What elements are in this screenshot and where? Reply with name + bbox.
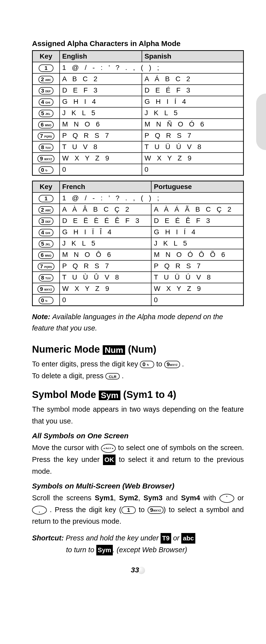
heading-suffix: (Sym1 to 4) [120,389,176,400]
keypad-key-icon: 1 [39,64,54,72]
table-row: 6 MNOM N O 6M N Ñ O Ó 6 [33,118,243,130]
table-row: 9 WXYZW X Y Z 9W X Y Z 9 [33,283,243,294]
keypad-key-icon: 6 MNO [38,252,54,259]
symbol-mode-heading: Symbol Mode Sym (Sym1 to 4) [32,389,244,400]
keypad-key-icon: 0 ↻ [39,166,54,174]
keypad-key-icon: 4 GHI [39,98,54,106]
chars-cell: T U Ù Û V 8 [60,272,151,283]
chars-cell: 0 [60,164,142,176]
page-content: Assigned Alpha Characters in Alpha Mode … [0,0,266,589]
chars-cell: T U Ü Ú V 8 [151,272,243,283]
keypad-key-icon: 3 DEF [39,87,54,94]
chars-cell: D E É Ê F 3 [151,215,243,226]
chars-cell: P Q R S 7 [60,260,151,272]
th-key: Key [33,51,60,62]
table-row: 0 ↻00 [33,294,243,306]
table-row: 6 MNOM N O Ô 6M N O Ó Ô Õ 6 [33,249,243,260]
chars-cell: M N Ñ O Ó 6 [142,118,243,130]
keypad-key-icon: 8 TUV [39,274,54,282]
ok-badge: OK [103,454,116,465]
keypad-key-icon: 9 WXYZ [38,286,55,293]
key-9-icon: 9WXYZ [148,506,163,514]
key-cell: 2 ABC [33,73,60,85]
chars-cell: W X Y Z 9 [151,283,243,294]
numeric-body-1: To enter digits, press the digit key 0 ↻… [32,358,244,382]
chars-cell: A À Â B C Ç 2 [60,204,151,215]
table-row: 2 ABCA À Â B C Ç 2A À Á Ã B C Ç 2 [33,204,243,215]
table-row: 3 DEFD E Ë È É Ê F 3D E É Ê F 3 [33,215,243,226]
sym2: Sym2 [119,494,138,502]
chars-cell: A À Á Ã B C Ç 2 [151,204,243,215]
table-row: 5 JKLJ K L 5J K L 5 [33,107,243,118]
chars-cell: D E Ë È É Ê F 3 [60,215,151,226]
keypad-key-icon: 8 TUV [39,144,54,151]
chars-cell: J K L 5 [151,238,243,249]
chars-cell: W X Y Z 9 [60,283,151,294]
table-row: 7 PQRSP Q R S 7P Q R S 7 [33,260,243,272]
key-1-icon: 1 [121,506,136,514]
chars-cell: 0 [142,164,243,176]
abc-badge: abc [181,533,195,544]
page-number: 33 [32,566,244,574]
key-cell: 4 GHI [33,226,60,238]
table-row: 8 TUVT U Ù Û V 8T U Ü Ú V 8 [33,272,243,283]
th-french: French [60,181,151,193]
key-cell: 5 JKL [33,107,60,118]
chars-cell: D E É F 3 [142,85,243,96]
text: Move the cursor with [32,444,101,452]
chars-cell: P Q R S 7 [60,130,142,141]
key-cell: 3 DEF [33,215,60,226]
table-row: 5 JKLJ K L 5J K L 5 [33,238,243,249]
table-row: 9 WXYZW X Y Z 9W X Y Z 9 [33,152,243,164]
keypad-key-icon: 6 MNO [38,121,54,128]
key-0-icon: 0 ↻ [140,361,154,368]
chars-cell: D E F 3 [60,85,142,96]
heading-suffix: (Num) [125,344,156,354]
key-cell: 0 ↻ [33,294,60,306]
key-cell: 3 DEF [33,85,60,96]
all-symbols-body: Move the cursor with to select one of sy… [32,442,244,478]
th-english: English [60,51,142,62]
text: . [122,372,124,380]
shortcut: Shortcut: Press and hold the key under T… [32,532,244,556]
key-cell: 1 [33,62,60,73]
text: to [136,506,148,514]
chars-cell: G H I 4 [60,96,142,107]
key-cell: 2 ABC [33,204,60,215]
keypad-key-icon: 5 JKL [39,110,54,117]
key-cell: 6 MNO [33,249,60,260]
table-row: 2 ABCA B C 2A Á B C 2 [33,73,243,85]
table-row: 3 DEFD E F 3D E É F 3 [33,85,243,96]
note-label: Note: [32,313,50,321]
sym3: Sym3 [143,494,162,502]
keypad-key-icon: 9 WXYZ [38,155,55,162]
text: . [182,360,184,368]
t9-badge: T9 [161,533,171,544]
text: or [171,534,181,542]
key-9-icon: 9WXYZ [164,361,180,368]
chars-cell: 1 @ / - : ’ ? . , ( ) ; [60,62,243,73]
keypad-key-icon: 7 PQRS [38,263,55,270]
th-spanish: Spanish [142,51,243,62]
chars-cell: W X Y Z 9 [142,152,243,164]
chars-cell: T U V 8 [60,141,142,152]
key-clr-icon: CLR [105,373,120,380]
keypad-key-icon: 5 JKL [39,240,54,248]
key-cell: 0 ↻ [33,164,60,176]
keypad-key-icon: 2 ABC [39,76,54,83]
key-cell: 8 TUV [33,272,60,283]
table-row: 4 GHIG H I 4G H I Í 4 [33,96,243,107]
chars-cell: M N O 6 [60,118,142,130]
text: Scroll the screens [32,494,95,502]
multi-screen-subheading: Symbols on Multi-Screen (Web Browser) [32,482,244,490]
chars-cell: T U Ü Ú V 8 [142,141,243,152]
chars-cell: P Q R S 7 [151,260,243,272]
sym-badge-sm: Sym [96,545,113,556]
key-cell: 5 JKL [33,238,60,249]
alpha-table-english-spanish: Key English Spanish 11 @ / - : ’ ? . , (… [32,50,244,176]
nav-down-icon [32,506,47,514]
text: or [237,494,244,502]
text: to [156,360,164,368]
chars-cell: J K L 5 [60,107,142,118]
chars-cell: A Á B C 2 [142,73,243,85]
